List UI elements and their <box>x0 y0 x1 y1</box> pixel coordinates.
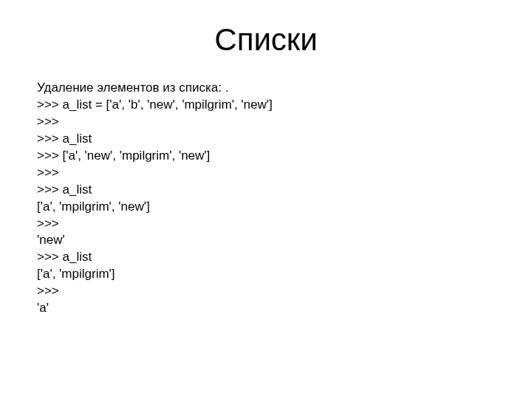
slide-title: Списки <box>37 22 495 58</box>
code-line: ['a', 'mpilgrim'] <box>37 266 495 283</box>
code-line: ['a', 'mpilgrim', 'new'] <box>37 199 495 216</box>
code-line: >>> <box>37 283 495 300</box>
code-line: >>> a_list = ['a', 'b', 'new', 'mpilgrim… <box>37 97 495 114</box>
code-line: >>> ['a', 'new', 'mpilgrim', 'new'] <box>37 148 495 165</box>
code-line: 'a' <box>37 300 495 317</box>
code-line: >>> <box>37 216 495 233</box>
code-line: >>> a_list <box>37 182 495 199</box>
slide-container: Списки Удаление элементов из списка: . >… <box>0 0 532 399</box>
code-line: >>> <box>37 165 495 182</box>
slide-content: Удаление элементов из списка: . >>> a_li… <box>37 80 495 317</box>
code-line: Удаление элементов из списка: . <box>37 80 495 97</box>
code-line: >>> <box>37 114 495 131</box>
code-line: >>> a_list <box>37 249 495 266</box>
code-line: >>> a_list <box>37 131 495 148</box>
code-line: 'new' <box>37 232 495 249</box>
